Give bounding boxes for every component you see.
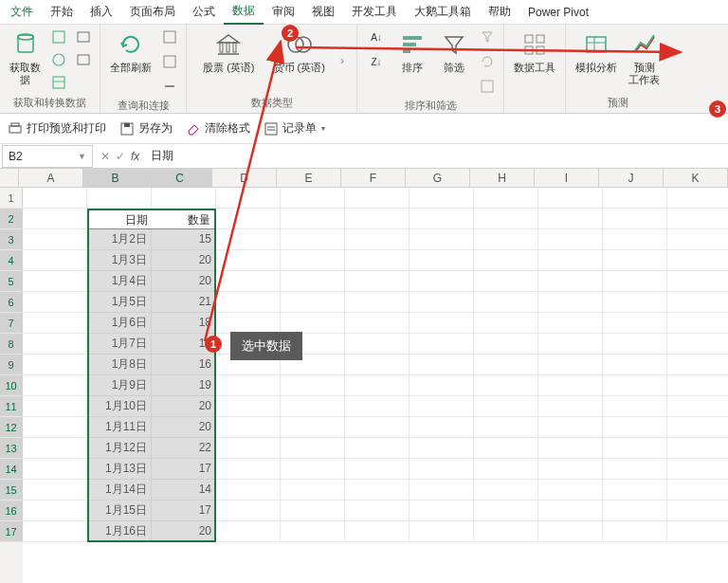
cell[interactable]	[538, 521, 603, 542]
row-header[interactable]: 2	[0, 209, 23, 229]
cell[interactable]: 22	[152, 438, 216, 459]
cell[interactable]	[345, 292, 410, 313]
cell[interactable]: 1月16日	[87, 521, 152, 542]
clear-format-button[interactable]: 清除格式	[186, 120, 250, 137]
formula-input[interactable]: 日期	[145, 148, 728, 164]
cell[interactable]	[603, 188, 667, 209]
cell[interactable]	[281, 459, 345, 480]
cell[interactable]	[23, 229, 87, 250]
sort-button[interactable]: 排序	[393, 27, 431, 77]
menu-审阅[interactable]: 审阅	[264, 0, 303, 24]
cell[interactable]	[538, 459, 603, 480]
properties-icon[interactable]	[159, 51, 180, 72]
cell[interactable]	[538, 209, 603, 229]
cell[interactable]	[345, 396, 410, 417]
cell[interactable]	[345, 188, 410, 209]
cell[interactable]	[603, 271, 667, 292]
cell[interactable]	[410, 188, 474, 209]
cell[interactable]	[281, 521, 345, 542]
cell[interactable]	[538, 250, 603, 271]
cell[interactable]	[281, 271, 345, 292]
cell[interactable]	[603, 396, 667, 417]
cell[interactable]	[410, 521, 474, 542]
menu-开发工具[interactable]: 开发工具	[343, 0, 406, 24]
advanced-icon[interactable]	[477, 76, 498, 97]
col-header-C[interactable]: C	[148, 169, 212, 187]
chevron-right-icon[interactable]: ›	[340, 54, 344, 67]
cell[interactable]	[474, 459, 538, 480]
edit-links-icon[interactable]	[159, 76, 180, 97]
cell[interactable]: 日期	[87, 209, 152, 229]
cell[interactable]	[410, 501, 474, 521]
cell[interactable]	[410, 334, 474, 355]
cell[interactable]	[281, 417, 345, 438]
cell[interactable]	[345, 501, 410, 521]
cell[interactable]	[538, 501, 603, 521]
cell[interactable]	[216, 375, 281, 396]
cell[interactable]: 1月6日	[87, 313, 152, 334]
stocks-button[interactable]: 股票 (英语)	[199, 27, 258, 77]
row-header[interactable]: 3	[0, 229, 23, 250]
cell[interactable]	[410, 459, 474, 480]
cell[interactable]	[23, 438, 87, 459]
cell[interactable]	[667, 355, 728, 375]
cell[interactable]	[345, 417, 410, 438]
row-header[interactable]: 8	[0, 334, 23, 355]
from-text-icon[interactable]	[48, 27, 69, 47]
from-web-icon[interactable]	[48, 49, 69, 70]
cell[interactable]	[474, 188, 538, 209]
cell[interactable]	[410, 250, 474, 271]
record-form-button[interactable]: 记录单▾	[264, 120, 325, 137]
cell[interactable]	[410, 209, 474, 229]
cell[interactable]	[667, 334, 728, 355]
cell[interactable]	[603, 250, 667, 271]
cell[interactable]	[281, 229, 345, 250]
cell[interactable]	[603, 480, 667, 501]
cell[interactable]	[23, 209, 87, 229]
col-header-J[interactable]: J	[599, 169, 664, 187]
cell[interactable]	[345, 459, 410, 480]
cell[interactable]	[410, 229, 474, 250]
row-header[interactable]: 4	[0, 250, 23, 271]
cell[interactable]	[410, 438, 474, 459]
cell[interactable]	[216, 521, 281, 542]
cell[interactable]	[603, 521, 667, 542]
cell[interactable]	[23, 334, 87, 355]
col-header-G[interactable]: G	[406, 169, 470, 187]
cell[interactable]	[345, 375, 410, 396]
cell[interactable]	[345, 355, 410, 375]
cell[interactable]: 1月15日	[87, 501, 152, 521]
reapply-icon[interactable]	[477, 51, 498, 72]
cell[interactable]	[667, 313, 728, 334]
cell[interactable]	[667, 521, 728, 542]
cell[interactable]	[216, 313, 281, 334]
cells-area[interactable]: 日期 数量 日期数量1月2日151月3日201月4日201月5日211月6日18…	[23, 188, 728, 583]
cell[interactable]	[474, 521, 538, 542]
cell[interactable]	[474, 480, 538, 501]
cell[interactable]	[667, 417, 728, 438]
cell[interactable]	[474, 501, 538, 521]
cell[interactable]	[603, 459, 667, 480]
cell[interactable]	[281, 313, 345, 334]
cell[interactable]: 14	[152, 480, 216, 501]
row-header[interactable]: 15	[0, 480, 23, 501]
cell[interactable]	[667, 501, 728, 521]
cell[interactable]: 20	[152, 271, 216, 292]
cell[interactable]	[474, 438, 538, 459]
col-header-B[interactable]: B	[83, 169, 148, 187]
cell[interactable]	[281, 480, 345, 501]
cell[interactable]	[281, 250, 345, 271]
cell[interactable]	[538, 438, 603, 459]
cell[interactable]	[216, 229, 281, 250]
col-header-E[interactable]: E	[277, 169, 341, 187]
cell[interactable]	[410, 355, 474, 375]
cell[interactable]	[345, 209, 410, 229]
cell[interactable]	[23, 501, 87, 521]
cell[interactable]: 数量	[152, 209, 216, 229]
cell[interactable]	[281, 209, 345, 229]
cell[interactable]	[603, 313, 667, 334]
cell[interactable]	[410, 375, 474, 396]
menu-Power Pivot[interactable]: Power Pivot	[519, 2, 597, 23]
cell[interactable]	[23, 292, 87, 313]
whatif-button[interactable]: 模拟分析	[572, 27, 621, 77]
